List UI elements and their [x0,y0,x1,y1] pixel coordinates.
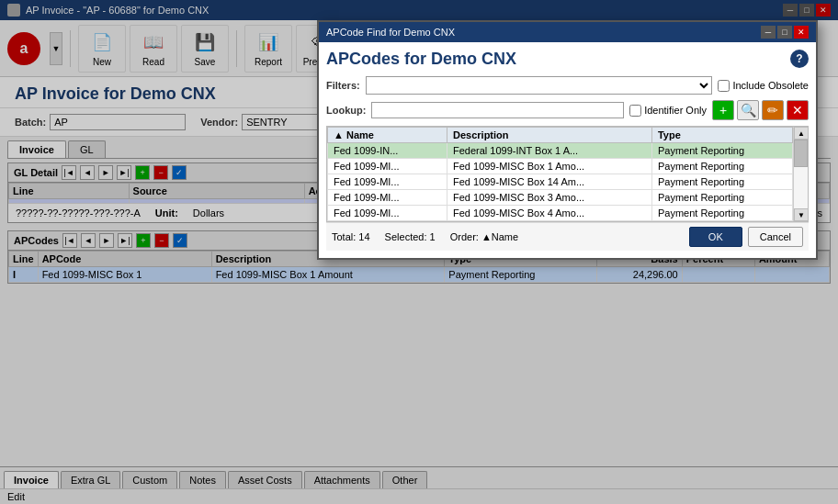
modal-footer: Total: 14 Selected: 1 Order: ▲Name [326,222,809,251]
app-window: AP Invoice - "AP - 60688" for Demo CNX ─… [0,0,838,504]
modal-help-button[interactable]: ? [790,50,809,68]
modal-footer-info: Total: 14 Selected: 1 Order: ▲Name [332,231,518,242]
modal-row-type: Payment Reporting [651,174,792,190]
modal-table-row[interactable]: Fed 1099-IN... Federal 1099-INT Box 1 A.… [328,143,793,159]
add-action-button[interactable]: + [712,100,734,120]
modal-action-buttons: OK Cancel [689,227,803,247]
modal-heading: APCodes for Demo CNX ? [326,50,809,69]
modal-row-desc: Fed 1099-MISC Box 14 Am... [447,174,652,190]
modal-table-container: ▲ Name Description Type Fed 1099-IN... [326,126,809,222]
modal-scrollbar[interactable]: ▲ ▼ [793,127,808,221]
cancel-button[interactable]: Cancel [748,227,803,247]
filters-row: Filters: Include Obsolete [326,76,809,95]
modal-row-desc: Federal 1099-INT Box 1 A... [447,143,652,159]
include-obsolete-label: Include Obsolete [718,80,809,92]
delete-action-button[interactable]: ✕ [787,100,809,120]
modal-minimize[interactable]: ─ [761,26,776,39]
lookup-actions: + 🔍 ✏ ✕ [712,100,809,120]
modal-title: APCode Find for Demo CNX [326,27,761,38]
modal-table-row[interactable]: Fed 1099-MI... Fed 1099-MISC Box 14 Am..… [328,174,793,190]
lookup-input[interactable] [371,102,624,118]
modal-window-controls: ─ □ ✕ [761,26,809,39]
modal-table-inner: ▲ Name Description Type Fed 1099-IN... [327,127,793,221]
modal-row-name: Fed 1099-MI... [328,190,447,206]
scroll-down-button[interactable]: ▼ [794,208,809,221]
edit-action-button[interactable]: ✏ [762,100,784,120]
modal-row-type: Payment Reporting [651,159,792,174]
identifier-only-checkbox[interactable] [629,105,641,117]
modal-titlebar: APCode Find for Demo CNX ─ □ ✕ [319,22,816,42]
scroll-track[interactable] [794,140,808,208]
modal-table-row[interactable]: Fed 1099-MI... Fed 1099-MISC Box 1 Amo..… [328,159,793,174]
modal-row-name: Fed 1099-MI... [328,206,447,221]
modal-close[interactable]: ✕ [794,26,809,39]
modal-overlay: APCode Find for Demo CNX ─ □ ✕ APCodes f… [0,0,838,504]
lookup-label: Lookup: [326,105,366,116]
modal-table-row[interactable]: Fed 1099-MI... Fed 1099-MISC Box 3 Amo..… [328,190,793,206]
modal-table-row[interactable]: Fed 1099-MI... Fed 1099-MISC Box 4 Amo..… [328,206,793,221]
modal-row-desc: Fed 1099-MISC Box 1 Amo... [447,159,652,174]
modal-row-name: Fed 1099-IN... [328,143,447,159]
modal-heading-text: APCodes for Demo CNX [326,50,516,69]
modal-row-name: Fed 1099-MI... [328,159,447,174]
scroll-thumb[interactable] [794,140,808,167]
identifier-only-label: Identifier Only [629,105,707,117]
modal-row-desc: Fed 1099-MISC Box 3 Amo... [447,190,652,206]
selected-info: Selected: 1 [385,231,436,242]
modal-row-type: Payment Reporting [651,143,792,159]
modal-col-sort-arrow: ▲ [334,129,346,140]
scroll-up-button[interactable]: ▲ [794,127,809,140]
total-info: Total: 14 [332,231,370,242]
apcode-find-modal: APCode Find for Demo CNX ─ □ ✕ APCodes f… [317,20,818,260]
filters-select[interactable] [366,76,713,95]
modal-col-desc[interactable]: Description [447,128,652,143]
modal-body: APCodes for Demo CNX ? Filters: Include … [319,42,816,258]
include-obsolete-checkbox[interactable] [718,80,730,92]
lookup-action-button[interactable]: 🔍 [737,100,759,120]
ok-button[interactable]: OK [689,227,742,247]
modal-maximize[interactable]: □ [777,26,792,39]
modal-row-desc: Fed 1099-MISC Box 4 Amo... [447,206,652,221]
modal-row-type: Payment Reporting [651,190,792,206]
modal-results-table: ▲ Name Description Type Fed 1099-IN... [327,127,793,221]
modal-row-name: Fed 1099-MI... [328,174,447,190]
order-info: Order: ▲Name [450,231,518,242]
modal-col-name[interactable]: ▲ Name [328,128,447,143]
filters-label: Filters: [326,80,360,91]
lookup-row: Lookup: Identifier Only + 🔍 ✏ ✕ [326,100,809,120]
modal-col-type[interactable]: Type [651,128,792,143]
modal-row-type: Payment Reporting [651,206,792,221]
